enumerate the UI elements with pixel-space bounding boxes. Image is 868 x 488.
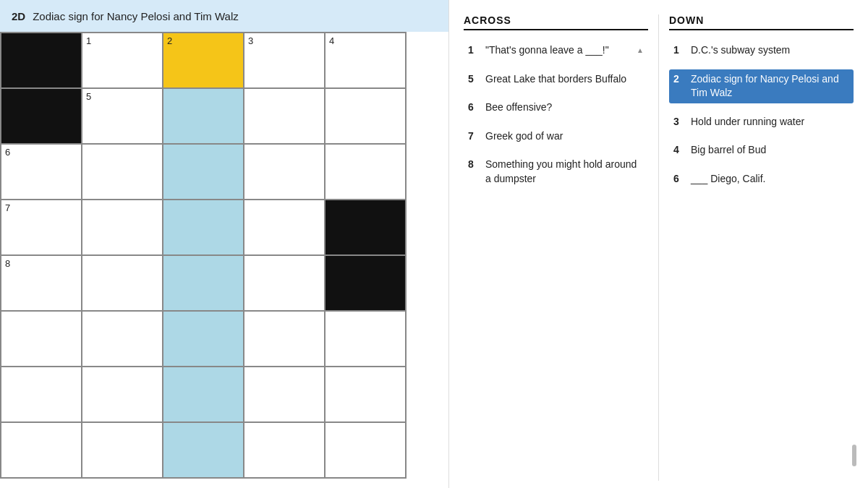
clue-text: "That's gonna leave a ___!": [485, 43, 628, 58]
cell-number: 6: [5, 147, 10, 157]
grid-cell[interactable]: 2: [163, 33, 244, 89]
grid-cell[interactable]: [1, 33, 82, 89]
grid-cell[interactable]: [1, 423, 82, 479]
grid-cell[interactable]: 8: [1, 256, 82, 312]
grid-cell[interactable]: 1: [82, 33, 163, 89]
cell-number: 3: [248, 36, 253, 46]
grid-cell[interactable]: [326, 200, 407, 256]
grid-cell[interactable]: [82, 367, 163, 423]
cell-number: 4: [329, 36, 334, 46]
grid-cell[interactable]: [163, 145, 244, 200]
cell-number: 2: [167, 36, 172, 46]
grid-cell[interactable]: 4: [326, 33, 407, 89]
clue-number: 1: [673, 43, 685, 58]
grid-cell[interactable]: [326, 367, 407, 423]
clue-text: Something you might hold around a dumpst…: [485, 158, 644, 186]
clue-number: 6: [468, 100, 480, 115]
cell-number: 7: [5, 203, 10, 213]
grid-cell[interactable]: [244, 200, 326, 256]
grid-cell[interactable]: [244, 312, 326, 367]
clue-text: Greek god of war: [485, 129, 644, 144]
grid-cell[interactable]: [326, 256, 407, 312]
across-clue-item[interactable]: 5Great Lake that borders Buffalo: [464, 69, 648, 90]
grid-cell[interactable]: [326, 89, 407, 145]
cell-number: 1: [86, 36, 91, 46]
clue-text: Bee offensive?: [485, 100, 644, 115]
sort-icon[interactable]: ▲: [637, 46, 644, 56]
scrollbar[interactable]: [852, 445, 856, 466]
grid-cell[interactable]: [82, 423, 163, 479]
across-clue-item[interactable]: 6Bee offensive?: [464, 98, 648, 118]
grid-cell[interactable]: [244, 145, 326, 200]
clue-text: Zodiac sign for Nancy Pelosi and Tim Wal…: [691, 72, 849, 100]
grid-cell[interactable]: [163, 367, 244, 423]
clue-number: 7: [468, 129, 480, 144]
grid-cell[interactable]: [244, 423, 326, 479]
clue-text: ___ Diego, Calif.: [691, 172, 849, 187]
grid-cell[interactable]: 6: [1, 145, 82, 200]
grid-cell[interactable]: 3: [244, 33, 326, 89]
down-clue-item[interactable]: 4Big barrel of Bud: [669, 140, 854, 160]
grid-cell[interactable]: [163, 256, 244, 312]
grid-cell[interactable]: [1, 89, 82, 145]
clue-number: 8: [468, 158, 480, 186]
grid-cell[interactable]: [244, 256, 326, 312]
clue-text: D.C.'s subway system: [691, 43, 849, 58]
grid-cell[interactable]: [82, 145, 163, 200]
down-title: DOWN: [669, 14, 854, 30]
left-panel: 2D Zodiac sign for Nancy Pelosi and Tim …: [0, 0, 448, 488]
grid-cell[interactable]: [1, 367, 82, 423]
clue-number: 4: [673, 143, 685, 158]
grid-cell[interactable]: [163, 89, 244, 145]
across-clue-item[interactable]: 1"That's gonna leave a ___!"▲: [464, 40, 648, 61]
across-column: ACROSS 1"That's gonna leave a ___!"▲5Gre…: [456, 14, 655, 481]
clue-bar-number: 2D: [12, 10, 25, 22]
down-column: DOWN 1D.C.'s subway system2Zodiac sign f…: [662, 14, 861, 481]
grid-cell[interactable]: [244, 367, 326, 423]
across-clue-item[interactable]: 8Something you might hold around a dumps…: [464, 155, 648, 189]
grid-cell[interactable]: [163, 312, 244, 367]
grid-cell[interactable]: 5: [82, 89, 163, 145]
across-title: ACROSS: [464, 14, 648, 30]
grid-cell[interactable]: [82, 200, 163, 256]
grid-cell[interactable]: [163, 423, 244, 479]
clue-bar: 2D Zodiac sign for Nancy Pelosi and Tim …: [0, 0, 448, 32]
crossword-grid[interactable]: 12345678: [0, 32, 407, 479]
grid-cell[interactable]: [326, 423, 407, 479]
grid-cell[interactable]: [82, 312, 163, 367]
grid-cell[interactable]: [1, 312, 82, 367]
clue-number: 2: [673, 72, 685, 100]
down-clue-item[interactable]: 3Hold under running water: [669, 112, 854, 132]
grid-cell[interactable]: [163, 200, 244, 256]
cell-number: 5: [86, 92, 91, 101]
cell-number: 8: [5, 259, 10, 268]
down-clue-item[interactable]: 1D.C.'s subway system: [669, 40, 854, 61]
clue-text: Great Lake that borders Buffalo: [485, 72, 644, 87]
grid-cell[interactable]: [326, 312, 407, 367]
clue-number: 5: [468, 72, 480, 87]
clue-number: 3: [673, 115, 685, 129]
down-clue-item[interactable]: 6___ Diego, Calif.: [669, 169, 854, 189]
grid-cell[interactable]: 7: [1, 200, 82, 256]
grid-cell[interactable]: [82, 256, 163, 312]
clue-number: 1: [468, 43, 480, 58]
down-clue-item[interactable]: 2Zodiac sign for Nancy Pelosi and Tim Wa…: [669, 69, 854, 103]
clue-text: Hold under running water: [691, 115, 849, 129]
clue-text: Big barrel of Bud: [691, 143, 849, 158]
clue-bar-text: Zodiac sign for Nancy Pelosi and Tim Wal…: [33, 10, 239, 22]
grid-cell[interactable]: [326, 145, 407, 200]
grid-wrapper: 12345678: [0, 32, 448, 488]
clue-number: 6: [673, 172, 685, 187]
across-clue-item[interactable]: 7Greek god of war: [464, 127, 648, 147]
grid-cell[interactable]: [244, 89, 326, 145]
column-divider: [658, 14, 659, 481]
right-panel: ACROSS 1"That's gonna leave a ___!"▲5Gre…: [448, 0, 868, 488]
